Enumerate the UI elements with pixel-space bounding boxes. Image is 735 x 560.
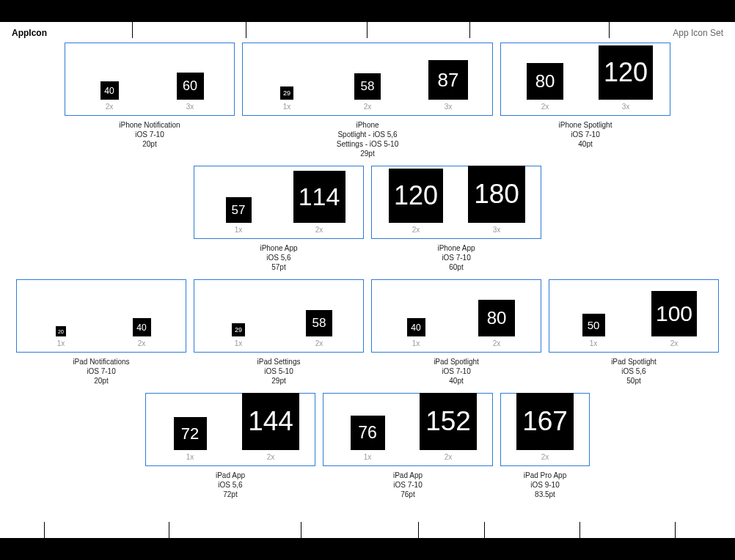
scale-label: 1x <box>235 339 243 347</box>
icon-tile[interactable]: 76 <box>351 416 385 450</box>
scale-label: 1x <box>283 103 291 111</box>
icon-slot[interactable]: 1202x <box>381 169 451 234</box>
icon-tile[interactable]: 58 <box>306 310 332 336</box>
selection-box: 571x1142x <box>194 166 364 239</box>
icon-tile[interactable]: 72 <box>174 417 207 450</box>
crop-marker-bottom <box>579 522 580 560</box>
scale-label: 1x <box>590 339 598 347</box>
group-caption: iPad App iOS 5,6 72pt <box>216 471 245 499</box>
group-caption: iPhone App iOS 7-10 60pt <box>437 243 475 272</box>
icon-group[interactable]: 1202x1803xiPhone App iOS 7-10 60pt <box>371 166 541 272</box>
scale-label: 1x <box>57 339 65 347</box>
icon-tile[interactable]: 20 <box>56 326 66 336</box>
group-caption: iPad Notifications iOS 7-10 20pt <box>73 357 129 386</box>
icon-tile[interactable]: 180 <box>468 166 525 223</box>
icon-slot[interactable]: 1203x <box>590 45 661 111</box>
crop-marker-bottom <box>301 522 301 560</box>
group-caption: iPhone Notification iOS 7-10 20pt <box>119 120 180 149</box>
icon-tile[interactable]: 120 <box>599 45 653 100</box>
icon-row: 721x1442xiPad App iOS 5,6 72pt761x1522xi… <box>0 393 735 499</box>
group-caption: iPhone App iOS 5,6 57pt <box>260 243 297 272</box>
icon-slot[interactable]: 1672x <box>510 393 580 461</box>
icon-slot[interactable]: 1803x <box>461 166 532 234</box>
crop-marker-bottom <box>484 522 485 560</box>
icon-slot[interactable]: 402x <box>74 81 145 111</box>
icon-group[interactable]: 721x1442xiPad App iOS 5,6 72pt <box>145 393 315 499</box>
icon-tile[interactable]: 29 <box>232 323 245 336</box>
scale-label: 2x <box>670 339 679 347</box>
icon-row: 402x603xiPhone Notification iOS 7-10 20p… <box>0 43 735 158</box>
scale-label: 1x <box>364 453 372 461</box>
crop-marker-bottom <box>418 522 419 560</box>
scale-label: 3x <box>445 103 453 111</box>
icon-tile[interactable]: 58 <box>354 73 381 100</box>
icon-slot[interactable]: 582x <box>284 310 354 347</box>
icon-slot[interactable]: 571x <box>203 197 274 234</box>
icon-slot[interactable]: 802x <box>510 63 580 111</box>
icon-tile[interactable]: 50 <box>582 314 605 336</box>
icon-tile[interactable]: 80 <box>478 300 515 336</box>
icon-tile[interactable]: 80 <box>527 63 563 100</box>
icon-tile[interactable]: 120 <box>389 169 443 223</box>
icon-slot[interactable]: 291x <box>203 323 274 347</box>
crop-marker-bottom <box>675 522 676 560</box>
crop-marker-top <box>469 0 470 38</box>
icon-tile[interactable]: 144 <box>242 393 299 450</box>
crop-marker-bottom <box>44 522 45 560</box>
group-caption: iPad App iOS 7-10 76pt <box>393 471 423 499</box>
selection-box: 1202x1803x <box>371 166 541 239</box>
scale-label: 3x <box>622 103 630 111</box>
icon-tile[interactable]: 167 <box>516 393 574 450</box>
icon-group[interactable]: 201x402xiPad Notifications iOS 7-10 20pt <box>16 279 186 386</box>
icon-group[interactable]: 401x802xiPad Spotlight iOS 7-10 40pt <box>371 279 541 386</box>
icon-tile[interactable]: 57 <box>226 197 252 223</box>
icon-group[interactable]: 402x603xiPhone Notification iOS 7-10 20p… <box>65 43 235 158</box>
icon-slot[interactable]: 402x <box>106 318 177 347</box>
scale-label: 2x <box>267 453 275 461</box>
selection-box: 802x1203x <box>500 43 670 116</box>
icon-tile[interactable]: 100 <box>651 291 697 336</box>
selection-box: 201x402x <box>16 279 186 353</box>
icon-slot[interactable]: 1442x <box>235 393 306 461</box>
icon-slot[interactable]: 1522x <box>413 393 483 461</box>
icon-group[interactable]: 1672xiPad Pro App iOS 9-10 83.5pt <box>500 393 590 499</box>
scale-label: 3x <box>186 103 194 111</box>
icon-tile[interactable]: 114 <box>293 171 345 223</box>
selection-box: 401x802x <box>371 279 541 353</box>
scale-label: 2x <box>364 103 372 111</box>
selection-box: 721x1442x <box>145 393 315 466</box>
icon-tile[interactable]: 29 <box>280 86 293 100</box>
icon-slot[interactable]: 873x <box>413 60 483 111</box>
scale-label: 2x <box>138 339 146 347</box>
icon-tile[interactable]: 40 <box>133 318 151 336</box>
icon-slot[interactable]: 721x <box>155 417 225 461</box>
icon-group[interactable]: 571x1142xiPhone App iOS 5,6 57pt <box>194 166 364 272</box>
icon-tile[interactable]: 87 <box>428 60 468 100</box>
selection-box: 291x582x873x <box>242 43 493 116</box>
icon-group[interactable]: 802x1203xiPhone Spotlight iOS 7-10 40pt <box>500 43 670 158</box>
icon-tile[interactable]: 40 <box>407 318 425 336</box>
selection-box: 1672x <box>500 393 590 466</box>
icon-tile[interactable]: 60 <box>177 73 204 100</box>
icon-slot[interactable]: 761x <box>332 416 403 461</box>
icon-group[interactable]: 501x1002xiPad Spotlight iOS 5,6 50pt <box>549 279 719 386</box>
icon-group[interactable]: 761x1522xiPad App iOS 7-10 76pt <box>323 393 493 499</box>
icon-slot[interactable]: 291x <box>252 86 322 111</box>
icon-tile[interactable]: 40 <box>100 81 119 100</box>
icon-slot[interactable]: 1142x <box>284 171 354 234</box>
selection-box: 761x1522x <box>323 393 493 466</box>
icon-slot[interactable]: 802x <box>461 300 532 347</box>
group-caption: iPhone Spotlight iOS 7-10 40pt <box>559 120 612 149</box>
group-caption: iPad Spotlight iOS 7-10 40pt <box>434 357 479 386</box>
icon-group[interactable]: 291x582xiPad Settings iOS 5-10 29pt <box>194 279 364 386</box>
bottom-black-bar <box>0 538 735 560</box>
icon-slot[interactable]: 1002x <box>639 291 709 347</box>
icon-tile[interactable]: 152 <box>420 393 477 450</box>
icon-slot[interactable]: 401x <box>381 318 451 347</box>
icon-slot[interactable]: 201x <box>26 326 96 347</box>
icon-group[interactable]: 291x582x873xiPhone Spotlight - iOS 5,6 S… <box>242 43 493 158</box>
icon-slot[interactable]: 582x <box>332 73 403 111</box>
scale-label: 3x <box>493 226 501 234</box>
icon-slot[interactable]: 603x <box>155 73 225 111</box>
icon-slot[interactable]: 501x <box>558 314 629 347</box>
